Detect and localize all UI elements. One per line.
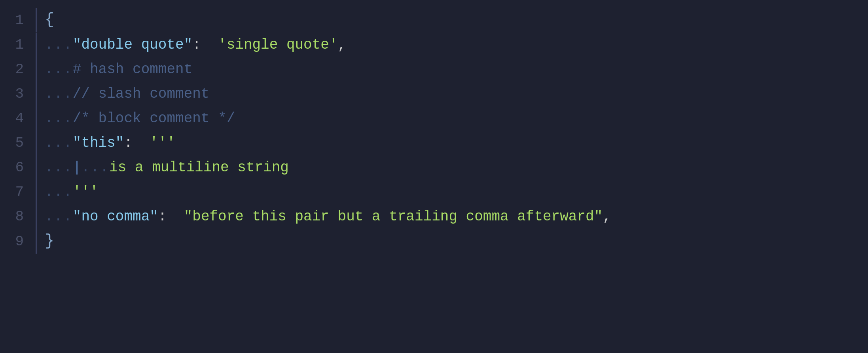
line-number-5: 5 bbox=[0, 131, 36, 156]
code-line-5: 5 ... "this" : ''' bbox=[0, 131, 868, 156]
line-content-6: ... | ... is a multiline string bbox=[36, 156, 868, 180]
colon-1: : bbox=[192, 33, 218, 57]
code-line-1: 1 ... "double quote" : 'single quote' , bbox=[0, 33, 868, 57]
colon-8: : bbox=[158, 205, 184, 229]
code-line-8: 8 ... "no comma" : "before this pair but… bbox=[0, 205, 868, 229]
indent-5: ... bbox=[45, 131, 73, 156]
line-number-1: 1 bbox=[0, 33, 36, 57]
triple-quote-open: ''' bbox=[150, 131, 175, 156]
code-line-outer: 1 { bbox=[0, 8, 868, 33]
triple-quote-close: ''' bbox=[73, 180, 99, 205]
value-no-comma: "before this pair but a trailing comma a… bbox=[184, 205, 603, 229]
indent-1: ... bbox=[45, 33, 73, 57]
slash-comment: // slash comment bbox=[73, 82, 210, 106]
code-line-4: 4 ... /* block comment */ bbox=[0, 106, 868, 131]
code-line-3: 3 ... // slash comment bbox=[0, 82, 868, 106]
line-number-6: 6 bbox=[0, 156, 36, 180]
indent-6a: ... bbox=[45, 156, 73, 180]
line-content-5: ... "this" : ''' bbox=[36, 131, 868, 156]
indent-8: ... bbox=[45, 205, 73, 229]
line-content-2: ... # hash comment bbox=[36, 57, 868, 82]
code-line-9: 9 } bbox=[0, 229, 868, 254]
line-content-8: ... "no comma" : "before this pair but a… bbox=[36, 205, 868, 229]
comma-1: , bbox=[338, 33, 347, 57]
closing-brace: } bbox=[45, 229, 54, 254]
value-single-quote: 'single quote' bbox=[218, 33, 337, 57]
line-number-7: 7 bbox=[0, 180, 36, 205]
line-content-4: ... /* block comment */ bbox=[36, 106, 868, 131]
line-content-outer: { bbox=[36, 8, 868, 32]
indent-7: ... bbox=[45, 180, 73, 205]
code-line-2: 2 ... # hash comment bbox=[0, 57, 868, 82]
colon-5: : bbox=[124, 131, 150, 156]
line-number-2: 2 bbox=[0, 57, 36, 82]
comma-8: , bbox=[603, 205, 611, 229]
hash-comment: # hash comment bbox=[73, 57, 192, 82]
line-content-9: } bbox=[36, 229, 868, 254]
multiline-string-text: is a multiline string bbox=[109, 156, 289, 180]
line-number-9: 9 bbox=[0, 230, 36, 254]
indent-2: ... bbox=[45, 57, 73, 82]
opening-brace: { bbox=[45, 8, 54, 32]
code-line-6: 6 ... | ... is a multiline string bbox=[0, 156, 868, 180]
indent-3: ... bbox=[45, 82, 73, 106]
line-number-8: 8 bbox=[0, 205, 36, 229]
indent-4: ... bbox=[45, 106, 73, 131]
code-editor: 1 { 1 ... "double quote" : 'single quote… bbox=[0, 0, 868, 353]
block-comment: /* block comment */ bbox=[73, 106, 235, 131]
pipe-cursor: | bbox=[73, 156, 81, 180]
code-line-7: 7 ... ''' bbox=[0, 180, 868, 205]
line-number-4: 4 bbox=[0, 106, 36, 131]
key-double-quote: "double quote" bbox=[73, 33, 192, 57]
key-no-comma: "no comma" bbox=[73, 205, 158, 229]
key-this: "this" bbox=[73, 131, 124, 156]
indent-6b: ... bbox=[81, 156, 109, 180]
line-content-3: ... // slash comment bbox=[36, 82, 868, 106]
line-content-7: ... ''' bbox=[36, 180, 868, 205]
line-content-1: ... "double quote" : 'single quote' , bbox=[36, 33, 868, 57]
line-number-outer: 1 bbox=[0, 8, 36, 33]
line-number-3: 3 bbox=[0, 82, 36, 106]
